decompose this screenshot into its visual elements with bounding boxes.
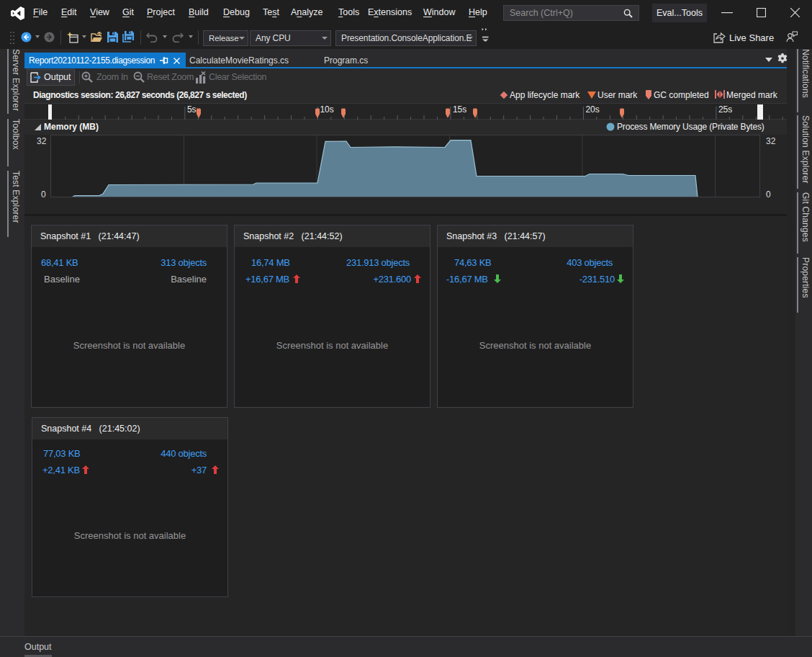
svg-text:10s: 10s (320, 104, 333, 115)
svg-text:5s: 5s (187, 104, 197, 115)
svg-text:25s: 25s (718, 104, 732, 115)
svg-text:15s: 15s (453, 104, 466, 115)
svg-text:20s: 20s (585, 104, 599, 115)
